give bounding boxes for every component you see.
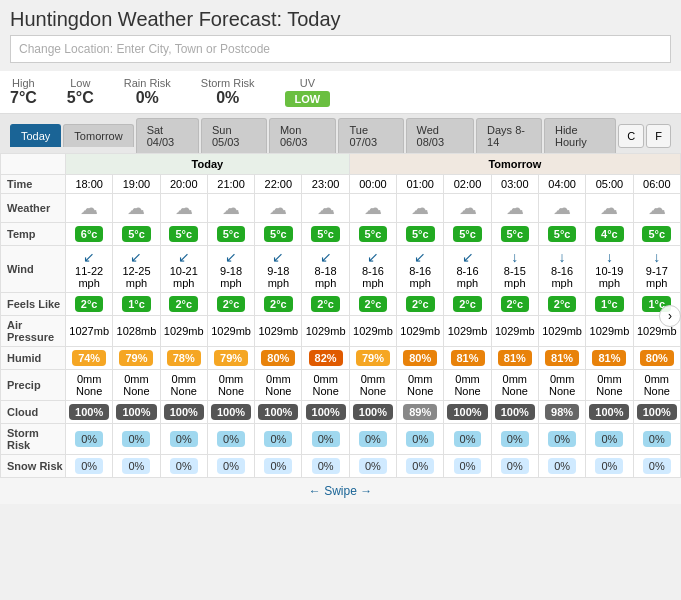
weather-cell: ☁ (538, 194, 585, 223)
storm-cell: 0% (349, 424, 396, 455)
cloud-icon: ☁ (553, 198, 571, 218)
swipe-label: Swipe (324, 484, 360, 498)
row-label-snow: Snow Risk (1, 455, 66, 478)
tab-sun[interactable]: Sun 05/03 (201, 118, 267, 153)
snow-cell: 0% (491, 455, 538, 478)
location-input[interactable]: Change Location: Enter City, Town or Pos… (10, 35, 671, 63)
precip-cell: 0mmNone (207, 370, 254, 401)
cloud-icon: ☁ (127, 198, 145, 218)
row-label-time: Time (1, 175, 66, 194)
feels-cell: 2°c (207, 293, 254, 316)
snow-cell: 0% (444, 455, 491, 478)
today-header: Today (66, 154, 350, 175)
snow-cell: 0% (207, 455, 254, 478)
weather-cell: ☁ (302, 194, 349, 223)
summary-rain: Rain Risk 0% (124, 77, 171, 107)
summary-high: High 7°C (10, 77, 37, 107)
time-cell: 01:00 (397, 175, 444, 194)
cloud-cell: 100% (349, 401, 396, 424)
time-cell: 03:00 (491, 175, 538, 194)
tab-celsius[interactable]: C (618, 124, 644, 148)
precip-cell: 0mmNone (491, 370, 538, 401)
storm-cell: 0% (633, 424, 680, 455)
feels-cell: 2°c (160, 293, 207, 316)
cloud-icon: ☁ (648, 198, 666, 218)
precip-cell: 0mmNone (66, 370, 113, 401)
humid-cell: 81% (586, 347, 633, 370)
pressure-cell: 1029mb (444, 316, 491, 347)
pressure-cell: 1029mb (491, 316, 538, 347)
weather-cell: ☁ (633, 194, 680, 223)
tab-wed[interactable]: Wed 08/03 (406, 118, 474, 153)
precip-cell: 0mmNone (349, 370, 396, 401)
wind-direction-icon: ↙ (367, 249, 379, 265)
summary-uv: UV LOW (285, 77, 331, 107)
tab-mon[interactable]: Mon 06/03 (269, 118, 337, 153)
feels-cell: 1°c (113, 293, 160, 316)
feels-cell: 2°c (491, 293, 538, 316)
cloud-icon: ☁ (364, 198, 382, 218)
time-cell: 04:00 (538, 175, 585, 194)
time-cell: 18:00 (66, 175, 113, 194)
swipe-right-arrow: → (360, 484, 372, 498)
temp-cell: 5°c (444, 223, 491, 246)
time-cell: 05:00 (586, 175, 633, 194)
temp-cell: 5°c (491, 223, 538, 246)
row-label-feels: Feels Like (1, 293, 66, 316)
feels-cell: 2°c (349, 293, 396, 316)
storm-cell: 0% (255, 424, 302, 455)
weather-cell: ☁ (586, 194, 633, 223)
time-cell: 06:00 (633, 175, 680, 194)
pressure-cell: 1029mb (302, 316, 349, 347)
cloud-cell: 100% (633, 401, 680, 424)
temp-cell: 5°c (633, 223, 680, 246)
snow-cell: 0% (255, 455, 302, 478)
tomorrow-header: Tomorrow (349, 154, 680, 175)
wind-direction-icon: ↙ (462, 249, 474, 265)
cloud-cell: 98% (538, 401, 585, 424)
forecast-table: Today Tomorrow Time18:0019:0020:0021:002… (0, 153, 681, 478)
snow-cell: 0% (113, 455, 160, 478)
temp-cell: 5°c (160, 223, 207, 246)
wind-direction-icon: ↙ (178, 249, 190, 265)
time-cell: 00:00 (349, 175, 396, 194)
tab-tue[interactable]: Tue 07/03 (338, 118, 403, 153)
page-title: Huntingdon Weather Forecast: Today (0, 0, 681, 35)
storm-cell: 0% (302, 424, 349, 455)
tab-tomorrow[interactable]: Tomorrow (63, 124, 133, 147)
wind-direction-icon: ↓ (559, 249, 566, 265)
tab-sat[interactable]: Sat 04/03 (136, 118, 199, 153)
feels-cell: 2°c (444, 293, 491, 316)
cloud-icon: ☁ (269, 198, 287, 218)
time-cell: 20:00 (160, 175, 207, 194)
pressure-cell: 1029mb (538, 316, 585, 347)
temp-cell: 4°c (586, 223, 633, 246)
tab-today[interactable]: Today (10, 124, 61, 147)
temp-cell: 5°c (207, 223, 254, 246)
tab-fahrenheit[interactable]: F (646, 124, 671, 148)
tab-hide-hourly[interactable]: Hide Hourly (544, 118, 616, 153)
temp-cell: 5°c (397, 223, 444, 246)
time-cell: 21:00 (207, 175, 254, 194)
next-button[interactable]: › (659, 305, 681, 327)
temp-cell: 5°c (349, 223, 396, 246)
precip-cell: 0mmNone (538, 370, 585, 401)
feels-cell: 2°c (66, 293, 113, 316)
precip-cell: 0mmNone (113, 370, 160, 401)
snow-cell: 0% (160, 455, 207, 478)
row-label-precip: Precip (1, 370, 66, 401)
weather-cell: ☁ (113, 194, 160, 223)
cloud-icon: ☁ (222, 198, 240, 218)
tab-days[interactable]: Days 8-14 (476, 118, 542, 153)
storm-cell: 0% (491, 424, 538, 455)
cloud-cell: 100% (66, 401, 113, 424)
cloud-cell: 100% (491, 401, 538, 424)
snow-cell: 0% (397, 455, 444, 478)
weather-cell: ☁ (160, 194, 207, 223)
temp-cell: 5°c (538, 223, 585, 246)
weather-cell: ☁ (349, 194, 396, 223)
cloud-cell: 100% (586, 401, 633, 424)
row-label-pressure: Air Pressure (1, 316, 66, 347)
storm-cell: 0% (160, 424, 207, 455)
pressure-cell: 1029mb (160, 316, 207, 347)
